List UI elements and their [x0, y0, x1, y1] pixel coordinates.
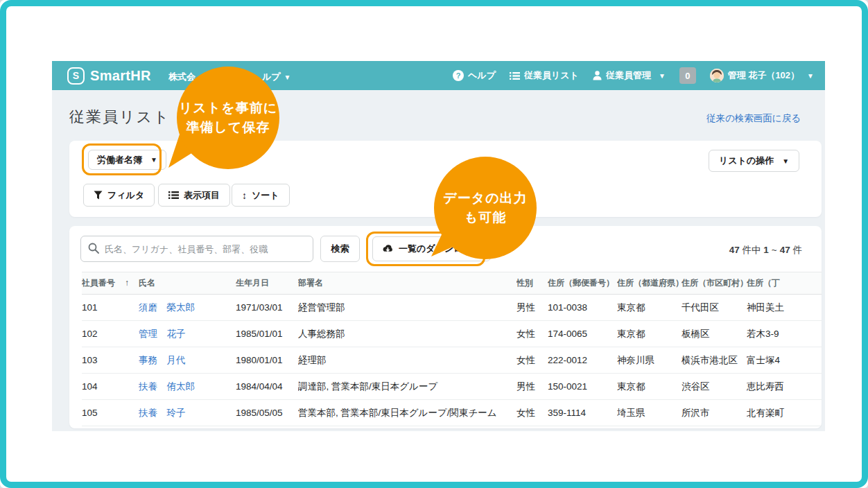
column-header: 住所（都道府県） — [617, 272, 682, 295]
visible-columns-button[interactable]: 表示項目 — [158, 184, 230, 207]
smarthr-logo-text: SmartHR — [90, 68, 151, 84]
table-cell: 女性 — [517, 321, 548, 347]
table-cell: 富士塚4 — [747, 347, 822, 374]
table-cell: 102 — [82, 321, 139, 347]
company-name-dropdown[interactable]: ルプ▼ — [262, 71, 291, 83]
table-cell: 359-1114 — [548, 400, 617, 426]
table-cell: 1985/05/05 — [236, 400, 298, 426]
table-row: 101須磨 榮太郎1971/03/01経営管理部男性101-0038東京都千代田… — [82, 295, 822, 321]
column-header: 性別 — [517, 272, 548, 295]
smarthr-logo[interactable]: S SmartHR — [67, 67, 151, 85]
table-header-row: 社員番号↑氏名生年月日部署名性別住所（郵便番号）住所（都道府県）住所（市区町村）… — [82, 272, 822, 295]
column-header: 住所（市区町村） — [682, 272, 747, 295]
back-to-classic-search-link[interactable]: 従来の検索画面に戻る — [706, 112, 801, 125]
sort-button[interactable]: ↕ ソート — [232, 184, 290, 207]
table-cell: 経理部 — [298, 347, 517, 374]
filter-button[interactable]: フィルタ — [83, 184, 155, 207]
table-cell: 扶養 玲子 — [139, 400, 236, 426]
help-link[interactable]: ? ヘルプ — [453, 69, 496, 82]
smarthr-logo-icon: S — [67, 67, 85, 85]
table-cell: 人事総務部 — [298, 321, 517, 347]
table-row: 104扶養 侑太郎1984/04/04調達部, 営業本部/東日本グループ男性15… — [82, 374, 822, 400]
page-title: 従業員リスト — [69, 107, 171, 128]
table-cell: 222-0012 — [548, 347, 617, 374]
table-row: 103事務 月代1980/01/01経理部女性222-0012神奈川県横浜市港北… — [82, 347, 822, 374]
column-header: 生年月日 — [236, 272, 298, 295]
result-count: 47 件中 1~47 件 — [729, 244, 802, 256]
table-cell: 1984/04/04 — [236, 374, 298, 400]
sort-ascending-icon[interactable]: ↑ — [125, 278, 129, 288]
table-cell: 経営管理部 — [298, 295, 517, 321]
table-cell: 千代田区 — [682, 295, 747, 321]
employee-name-link[interactable]: 事務 月代 — [139, 355, 186, 365]
search-icon — [88, 243, 99, 254]
chevron-down-icon: ▼ — [659, 72, 666, 80]
table-cell: 営業本部, 営業本部/東日本グループ/関東チーム — [298, 400, 517, 426]
chevron-down-icon: ▼ — [284, 73, 291, 81]
search-input[interactable] — [80, 236, 313, 262]
table-cell: 須磨 榮太郎 — [139, 295, 236, 321]
screenshot-canvas: S SmartHR 株式会 ルプ▼ ? ヘルプ 従業員リスト 従業員管理 ▼ — [0, 0, 868, 488]
saved-list-selector-button[interactable]: 労働者名簿▼ — [88, 150, 166, 170]
table-cell: 男性 — [517, 374, 548, 400]
table-cell: 管理 花子 — [139, 321, 236, 347]
table-cell: 104 — [82, 374, 139, 400]
column-header: 社員番号↑ — [82, 272, 139, 295]
employee-name-link[interactable]: 管理 花子 — [139, 329, 186, 339]
cloud-download-icon — [382, 244, 394, 254]
funnel-icon — [94, 191, 103, 200]
callout-bubble-export: データの出力 も可能 — [434, 157, 537, 259]
table-row: 105扶養 玲子1985/05/05営業本部, 営業本部/東日本グループ/関東チ… — [82, 400, 822, 426]
table-cell: 1971/03/01 — [236, 295, 298, 321]
list-operations-button[interactable]: リストの操作▼ — [709, 150, 799, 172]
notification-badge[interactable]: 0 — [679, 67, 696, 84]
table-cell: 女性 — [517, 400, 548, 426]
table-cell: 所沢市 — [682, 400, 747, 426]
callout-bubble-save-list: リストを事前に 準備して保存 — [177, 67, 279, 169]
table-cell: 103 — [82, 347, 139, 374]
table-cell: 1985/01/01 — [236, 321, 298, 347]
appbar-right-nav: ? ヘルプ 従業員リスト 従業員管理 ▼ 0 管理 花子（10 — [453, 67, 814, 84]
table-cell: 女性 — [517, 347, 548, 374]
nav-employee-list[interactable]: 従業員リスト — [510, 69, 579, 82]
help-icon: ? — [453, 70, 464, 81]
table-cell: 渋谷区 — [682, 374, 747, 400]
column-header: 住所（丁 — [747, 272, 822, 295]
table-cell: 150-0021 — [548, 374, 617, 400]
employee-name-link[interactable]: 扶養 玲子 — [139, 408, 186, 418]
table-cell: 若木3-9 — [747, 321, 822, 347]
column-header: 部署名 — [298, 272, 517, 295]
employee-table-body: 101須磨 榮太郎1971/03/01経営管理部男性101-0038東京都千代田… — [82, 295, 822, 426]
table-row: 102管理 花子1985/01/01人事総務部女性174-0065東京都板橋区若… — [82, 321, 822, 347]
table-cell: 1980/01/01 — [236, 347, 298, 374]
column-header: 氏名 — [139, 272, 236, 295]
user-menu[interactable]: 管理 花子（102） ▼ — [710, 69, 814, 82]
list-icon — [168, 191, 179, 200]
table-cell: 調達部, 営業本部/東日本グループ — [298, 374, 517, 400]
employee-table: 社員番号↑氏名生年月日部署名性別住所（郵便番号）住所（都道府県）住所（市区町村）… — [82, 272, 822, 426]
list-icon — [510, 71, 520, 80]
table-cell: 扶養 侑太郎 — [139, 374, 236, 400]
user-avatar — [710, 69, 724, 82]
column-header: 住所（郵便番号） — [548, 272, 617, 295]
sort-arrows-icon: ↕ — [242, 190, 247, 201]
table-cell: 横浜市港北区 — [682, 347, 747, 374]
chevron-down-icon: ▼ — [150, 156, 157, 164]
table-cell: 東京都 — [617, 374, 682, 400]
table-cell: 東京都 — [617, 321, 682, 347]
table-cell: 板橋区 — [682, 321, 747, 347]
search-button[interactable]: 検索 — [320, 236, 360, 262]
table-cell: 事務 月代 — [139, 347, 236, 374]
table-cell: 101-0038 — [548, 295, 617, 321]
table-cell: 恵比寿西 — [747, 374, 822, 400]
employee-table-wrap: 社員番号↑氏名生年月日部署名性別住所（郵便番号）住所（都道府県）住所（市区町村）… — [82, 272, 822, 426]
table-cell: 北有楽町 — [747, 400, 822, 426]
employee-name-link[interactable]: 扶養 侑太郎 — [139, 381, 195, 392]
app-header-bar: S SmartHR 株式会 ルプ▼ ? ヘルプ 従業員リスト 従業員管理 ▼ — [52, 61, 825, 90]
table-cell: 男性 — [517, 295, 548, 321]
table-cell: 174-0065 — [548, 321, 617, 347]
nav-employee-manage-dropdown[interactable]: 従業員管理 ▼ — [593, 69, 666, 82]
table-cell: 神田美土 — [747, 295, 822, 321]
employee-name-link[interactable]: 須磨 榮太郎 — [139, 302, 195, 313]
table-cell: 神奈川県 — [617, 347, 682, 374]
